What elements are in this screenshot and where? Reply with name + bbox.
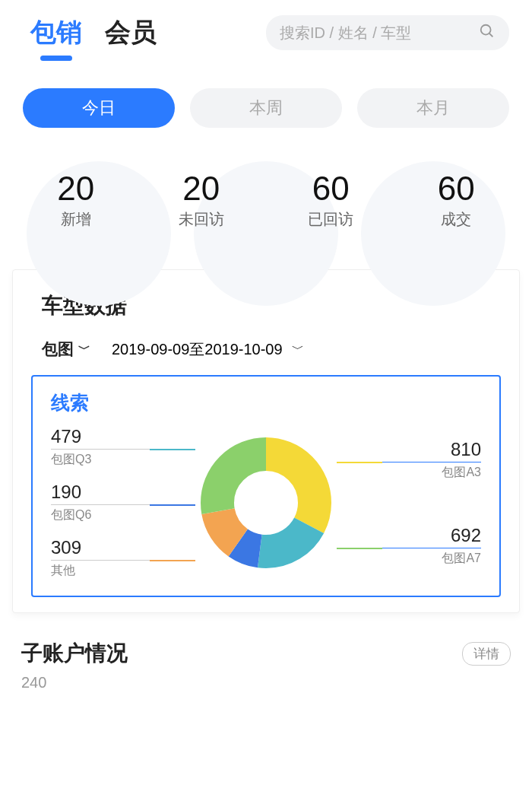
series-other: 309 其他 <box>51 537 150 579</box>
period-today[interactable]: 今日 <box>23 88 175 128</box>
search-box[interactable] <box>266 15 509 50</box>
series-name: 包图Q6 <box>51 504 150 523</box>
tab-member[interactable]: 会员 <box>105 15 157 50</box>
detail-button[interactable]: 详情 <box>462 642 511 666</box>
subaccount-title: 子账户情况 <box>21 639 128 668</box>
stat-label: 未回访 <box>179 209 224 230</box>
model-data-card: 车型数据 包图 ﹀ 2019-09-09至2019-10-09 ﹀ 线索 479… <box>12 269 520 613</box>
subaccount-number: 240 <box>0 668 532 691</box>
series-value: 692 <box>382 525 481 546</box>
date-range-filter[interactable]: 2019-09-09至2019-10-09 ﹀ <box>112 339 304 360</box>
series-value: 479 <box>51 426 150 447</box>
series-value: 190 <box>51 482 150 503</box>
stat-value: 20 <box>179 170 224 208</box>
search-icon <box>479 23 496 43</box>
period-month[interactable]: 本月 <box>357 88 509 128</box>
svg-line-1 <box>489 33 493 37</box>
date-range-label: 2019-09-09至2019-10-09 <box>112 339 283 360</box>
stat-deal[interactable]: 60 成交 <box>438 170 475 230</box>
stat-value: 60 <box>308 170 353 208</box>
series-name: 包图Q3 <box>51 449 150 468</box>
brand-filter[interactable]: 包图 ﹀ <box>42 339 90 360</box>
series-a7: 692 包图A7 <box>382 525 481 567</box>
stat-visited[interactable]: 60 已回访 <box>308 170 353 230</box>
chart-title: 线索 <box>51 390 481 415</box>
svg-point-0 <box>481 25 491 35</box>
stat-label: 新增 <box>57 209 94 230</box>
series-a3: 810 包图A3 <box>382 439 481 481</box>
series-value: 309 <box>51 537 150 558</box>
chart-clues: 线索 479 包图Q3 190 包图Q6 309 其他 <box>31 375 501 597</box>
stat-new[interactable]: 20 新增 <box>57 170 94 230</box>
stat-value: 20 <box>57 170 94 208</box>
stat-label: 成交 <box>438 209 475 230</box>
series-name: 包图A7 <box>382 548 481 567</box>
tab-baoxiao[interactable]: 包销 <box>30 15 82 50</box>
series-q3: 479 包图Q3 <box>51 426 150 468</box>
stat-label: 已回访 <box>308 209 353 230</box>
chevron-down-icon: ﹀ <box>78 342 90 358</box>
stat-unvisited[interactable]: 20 未回访 <box>179 170 224 230</box>
stats-row: 20 新增 20 未回访 60 已回访 60 成交 <box>15 170 517 230</box>
donut-chart <box>190 427 342 579</box>
chevron-down-icon: ﹀ <box>292 342 304 358</box>
period-week[interactable]: 本周 <box>190 88 342 128</box>
search-input[interactable] <box>280 24 479 42</box>
brand-filter-label: 包图 <box>42 339 74 360</box>
series-value: 810 <box>382 439 481 460</box>
series-name: 其他 <box>51 560 150 579</box>
stat-value: 60 <box>438 170 475 208</box>
series-q6: 190 包图Q6 <box>51 482 150 523</box>
series-name: 包图A3 <box>382 462 481 481</box>
